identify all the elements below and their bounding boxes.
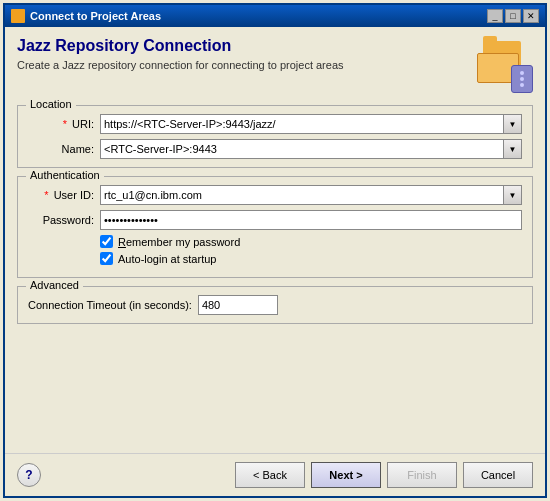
dialog-window: Connect to Project Areas _ □ ✕ Jazz Repo… [3,3,547,498]
title-bar-left: Connect to Project Areas [11,9,161,23]
userid-input[interactable] [100,185,504,205]
back-button[interactable]: < Back [235,462,305,488]
next-button[interactable]: Next > [311,462,381,488]
help-button[interactable]: ? [17,463,41,487]
connector-dot-1 [520,71,524,75]
page-title: Jazz Repository Connection [17,37,344,55]
title-bar: Connect to Project Areas _ □ ✕ [5,5,545,27]
uri-input[interactable] [100,114,504,134]
dialog-body: Jazz Repository Connection Create a Jazz… [5,27,545,453]
autologin-row: Auto-login at startup [100,252,522,265]
timeout-input[interactable] [198,295,278,315]
footer-left: ? [17,463,41,487]
timeout-input-wrapper [198,295,522,315]
page-subtitle: Create a Jazz repository connection for … [17,59,344,71]
location-section: Location * URI: ▼ Name: ▼ [17,105,533,168]
folder-stack-icon [477,37,533,93]
password-input[interactable] [100,210,522,230]
connector-icon [511,65,533,93]
maximize-button[interactable]: □ [505,9,521,23]
timeout-row: Connection Timeout (in seconds): [28,295,522,315]
remember-row: Remember my password [100,235,522,248]
uri-dropdown-button[interactable]: ▼ [504,114,522,134]
remember-checkbox[interactable] [100,235,113,248]
userid-dropdown-button[interactable]: ▼ [504,185,522,205]
header-text: Jazz Repository Connection Create a Jazz… [17,37,344,71]
connector-dot-2 [520,77,524,81]
password-label: Password: [28,214,100,226]
footer: ? < Back Next > Finish Cancel [5,453,545,496]
minimize-button[interactable]: _ [487,9,503,23]
finish-button[interactable]: Finish [387,462,457,488]
footer-right: < Back Next > Finish Cancel [235,462,533,488]
title-bar-controls: _ □ ✕ [487,9,539,23]
name-input[interactable] [100,139,504,159]
connector-dot-3 [520,83,524,87]
uri-row: * URI: ▼ [28,114,522,134]
name-dropdown-button[interactable]: ▼ [504,139,522,159]
autologin-checkbox[interactable] [100,252,113,265]
userid-input-wrapper: ▼ [100,185,522,205]
uri-input-wrapper: ▼ [100,114,522,134]
advanced-label: Advanced [26,279,83,291]
password-input-wrapper [100,210,522,230]
name-row: Name: ▼ [28,139,522,159]
uri-required-star: * [63,118,67,130]
uri-label: * URI: [28,118,100,130]
name-label: Name: [28,143,100,155]
remember-label: Remember my password [118,236,240,248]
auth-label: Authentication [26,169,104,181]
authentication-section: Authentication * User ID: ▼ Password: [17,176,533,278]
close-button[interactable]: ✕ [523,9,539,23]
advanced-section: Advanced Connection Timeout (in seconds)… [17,286,533,324]
userid-required-star: * [44,189,48,201]
timeout-label: Connection Timeout (in seconds): [28,299,198,311]
header-icon [477,37,533,93]
window-title: Connect to Project Areas [30,10,161,22]
autologin-label: Auto-login at startup [118,253,216,265]
password-row: Password: [28,210,522,230]
cancel-button[interactable]: Cancel [463,462,533,488]
userid-label: * User ID: [28,189,100,201]
header-section: Jazz Repository Connection Create a Jazz… [17,37,533,93]
location-label: Location [26,98,76,110]
userid-row: * User ID: ▼ [28,185,522,205]
name-input-wrapper: ▼ [100,139,522,159]
title-bar-icon [11,9,25,23]
